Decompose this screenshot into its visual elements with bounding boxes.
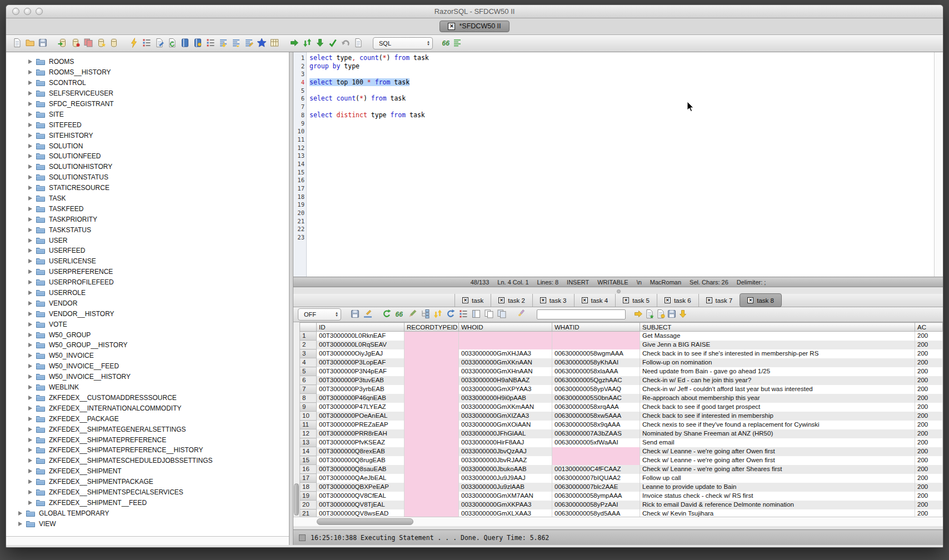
- grid-cell[interactable]: 006300000058xw5AAA: [552, 412, 640, 421]
- copy-cells-icon[interactable]: [483, 308, 495, 319]
- disclosure-triangle-icon[interactable]: [28, 374, 32, 379]
- grid-cell[interactable]: [404, 492, 459, 501]
- grid-cell[interactable]: Check-in w/ Ed - can he join this year?: [640, 376, 915, 385]
- grid-cell[interactable]: 00T3000000PRR8rEAH: [317, 429, 404, 438]
- edit-sql-icon[interactable]: [243, 37, 254, 48]
- grid-cell[interactable]: Invoice status check - check w/ RS first: [640, 492, 915, 501]
- grid-cell[interactable]: 200: [915, 403, 943, 412]
- grid-cell[interactable]: 00T3000000P47LYEAZ: [317, 403, 404, 412]
- grid-cell[interactable]: 0033000000H9aNBAAZ: [459, 376, 552, 385]
- grid-cell[interactable]: 00630000005S0bnAAC: [552, 394, 640, 403]
- grid-cell[interactable]: 00T3000000QV8CfEAL: [317, 492, 404, 501]
- grid-hscrollbar[interactable]: [293, 517, 943, 526]
- grid-row[interactable]: 1300T3000000PfvKSEAZ0033000000HirF8AAJ00…: [300, 438, 943, 447]
- save-file-icon[interactable]: [37, 37, 48, 48]
- disclosure-triangle-icon[interactable]: [28, 59, 32, 64]
- tree-item-task[interactable]: TASK: [6, 193, 289, 204]
- tree-item-global-temporary[interactable]: GLOBAL TEMPORARY: [6, 508, 289, 518]
- grid-cell[interactable]: 0033000000GmXLXAA3: [459, 509, 552, 517]
- disclosure-triangle-icon[interactable]: [28, 353, 32, 358]
- disclosure-triangle-icon[interactable]: [28, 207, 32, 211]
- grid-cell[interactable]: 200: [915, 341, 943, 349]
- script-new-icon[interactable]: [655, 308, 666, 319]
- grid-cell[interactable]: 00T3000000Q8rugEAB: [317, 456, 404, 465]
- results-search-input[interactable]: [537, 309, 626, 319]
- result-tab-task-6[interactable]: ✕task 6: [657, 294, 698, 307]
- grid-cell[interactable]: 0033000000Ju9zlAAB: [459, 483, 552, 492]
- tree-item-zkfedex-package[interactable]: ZKFEDEX__PACKAGE: [6, 413, 289, 424]
- tree-item-zkfedex-shipment-feed[interactable]: ZKFEDEX__SHIPMENT__FEED: [6, 497, 289, 508]
- favorites-star-icon[interactable]: [256, 37, 267, 48]
- book-browse-icon[interactable]: [192, 37, 203, 48]
- grid-cell[interactable]: 00T3000000P3tuvEAB: [317, 376, 404, 385]
- close-tab-icon[interactable]: ✕: [623, 297, 629, 303]
- save-results-icon[interactable]: [349, 308, 361, 319]
- rollback-copies-icon[interactable]: [83, 37, 94, 48]
- grid-column-header[interactable]: AC: [915, 323, 943, 332]
- grid-cell[interactable]: 006300000058yd5AAA: [552, 509, 640, 517]
- disclosure-triangle-icon[interactable]: [28, 133, 32, 138]
- grid-cell[interactable]: 200: [915, 412, 943, 421]
- tree-item-scontrol[interactable]: SCONTROL: [6, 78, 289, 88]
- close-tab-icon[interactable]: ✕: [540, 297, 546, 303]
- grid-cell[interactable]: Check w/ Leanne - we're going after Owen…: [640, 447, 915, 456]
- grid-cell[interactable]: 00T3000000L0RqSEAV: [317, 341, 404, 349]
- code-line[interactable]: group by type: [309, 62, 934, 71]
- code-line[interactable]: [309, 184, 934, 193]
- fetch-down-icon[interactable]: [314, 37, 326, 48]
- grid-cell[interactable]: 00T3000000QAeJbEAL: [317, 474, 404, 483]
- code-line[interactable]: [309, 144, 934, 152]
- grid-hscrollbar-thumb[interactable]: [317, 518, 413, 525]
- grid-row[interactable]: 1800T3000000QBXPeEAP0033000000Ju9zlAAB00…: [300, 483, 943, 492]
- edit-arrow-icon[interactable]: [407, 308, 418, 319]
- grid-cell[interactable]: 0033000000GmXHJAA3: [459, 349, 552, 358]
- grid-cell[interactable]: Check w/ Leanne - we're going after Shea…: [640, 465, 915, 474]
- grid-cell[interactable]: [404, 394, 459, 403]
- grid-cell[interactable]: 0033000000JbvQzAAJ: [459, 447, 552, 456]
- grid-cell[interactable]: [404, 438, 459, 447]
- tree-item-w50-group[interactable]: W50_GROUP: [6, 329, 289, 340]
- code-line[interactable]: [309, 119, 934, 128]
- disclosure-triangle-icon[interactable]: [28, 91, 32, 96]
- results-table[interactable]: IDRECORDTYPEIDWHOIDWHATIDSUBJECTAC100T30…: [299, 322, 943, 517]
- new-file-icon[interactable]: [12, 37, 23, 48]
- grid-cell[interactable]: 200: [915, 438, 943, 447]
- grid-cell[interactable]: [552, 447, 640, 456]
- edit-page-icon[interactable]: [154, 37, 165, 48]
- disclosure-triangle-icon[interactable]: [28, 438, 32, 442]
- reload-page-icon[interactable]: [445, 308, 456, 319]
- grid-cell[interactable]: [552, 456, 640, 465]
- grid-row[interactable]: 900T3000000P47LYEAZ0033000000GmXKmAAN006…: [300, 403, 943, 412]
- grid-cell[interactable]: 00T3000000L0RknEAF: [317, 332, 404, 341]
- code-line[interactable]: [309, 70, 934, 78]
- grid-cell[interactable]: 00T3000000POeAnEAL: [317, 412, 404, 421]
- grid-cell[interactable]: 00T3000000P3LopEAF: [317, 358, 404, 367]
- grid-cell[interactable]: Rick to email David & reference Delmonte…: [640, 501, 915, 509]
- export-plus-icon[interactable]: [644, 308, 655, 319]
- disclosure-triangle-icon[interactable]: [28, 322, 32, 327]
- grid-cell[interactable]: 00T3000000Q8rexEAB: [317, 447, 404, 456]
- disclosure-triangle-icon[interactable]: [28, 123, 32, 127]
- disclosure-triangle-icon[interactable]: [28, 501, 32, 505]
- form-page-icon[interactable]: [471, 308, 482, 319]
- grid-row[interactable]: 1100T3000000PREZaEAP0033000000GmXOiAAN00…: [300, 421, 943, 429]
- grid-cell[interactable]: Follow-up on nomination: [640, 358, 915, 367]
- grid-cell[interactable]: Leanne to provide update to Bain: [640, 483, 915, 492]
- grid-cell[interactable]: [404, 421, 459, 429]
- disclosure-triangle-icon[interactable]: [28, 396, 32, 400]
- grid-cell[interactable]: Nominated by Shane Freeman at ANZ (HR50): [640, 429, 915, 438]
- disclosure-triangle-icon[interactable]: [28, 479, 32, 484]
- grid-cell[interactable]: 00630000007A3bZAAS: [552, 429, 640, 438]
- tree-item-userpreference[interactable]: USERPREFERENCE: [6, 267, 289, 277]
- disclosure-triangle-icon[interactable]: [28, 469, 32, 473]
- grid-cell[interactable]: 0033000000HirF8AAJ: [459, 438, 552, 447]
- grid-cell[interactable]: 200: [915, 456, 943, 465]
- disclosure-triangle-icon[interactable]: [28, 70, 32, 74]
- zoom-window-button[interactable]: [36, 8, 43, 15]
- disclosure-triangle-icon[interactable]: [28, 448, 32, 452]
- grid-cell[interactable]: [459, 341, 552, 349]
- grid-cell[interactable]: 200: [915, 349, 943, 358]
- grid-cell[interactable]: 0033000000GmXOiAAN: [459, 421, 552, 429]
- tree-item-sitefeed[interactable]: SITEFEED: [6, 119, 289, 130]
- grid-cell[interactable]: 006300000058ypVAAQ: [552, 385, 640, 394]
